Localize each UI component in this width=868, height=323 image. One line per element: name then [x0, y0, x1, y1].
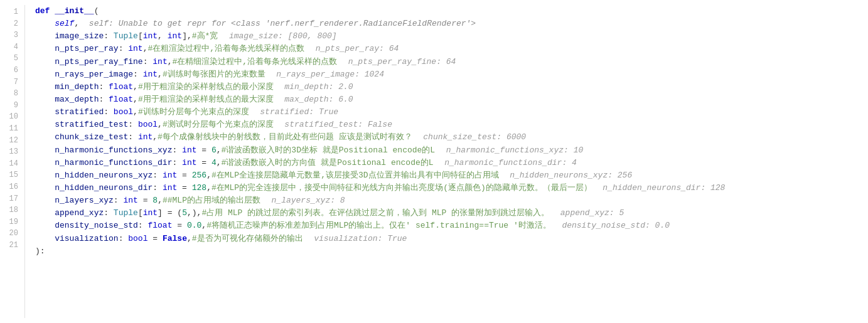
- code-line-5: n_pts_per_ray_fine: int,#在精细渲染过程中,沿着每条光线…: [35, 56, 858, 68]
- code-line-11: chunk_size_test: int,#每个成像射线块中的射线数，目前此处有…: [35, 131, 858, 144]
- code-line-7: min_depth: float,#用于粗渲染的采样射线点的最小深度 min_d…: [35, 81, 858, 93]
- code-line-6: n_rays_per_image: int,#训练时每张图片的光束数量 n_ra…: [35, 68, 858, 81]
- line-numbers: 1 2 3 4 5 6 7 8 9 10 11 12 13 14 15 16 1…: [0, 5, 25, 318]
- code-editor: 1 2 3 4 5 6 7 8 9 10 11 12 13 14 15 16 1…: [0, 0, 868, 323]
- code-line-12: n_harmonic_functions_xyz: int = 6,#谐波函数嵌…: [35, 144, 858, 157]
- code-line-19: visualization: bool = False,#是否为可视化存储额外的…: [35, 233, 858, 245]
- code-line-1: def __init__(: [35, 5, 858, 18]
- code-line-14: n_hidden_neurons_xyz: int = 256,#在MLP全连接…: [35, 169, 858, 182]
- code-line-8: max_depth: float,#用于粗渲染的采样射线点的最大深度 max_d…: [35, 93, 858, 106]
- code-line-3: image_size: Tuple[int, int],#高*宽 image_s…: [35, 30, 858, 43]
- code-line-4: n_pts_per_ray: int,#在粗渲染过程中,沿着每条光线采样的点数 …: [35, 43, 858, 55]
- code-line-15: n_hidden_neurons_dir: int = 128,#在MLP的完全…: [35, 182, 858, 194]
- code-line-13: n_harmonic_functions_dir: int = 4,#谐波函数嵌…: [35, 157, 858, 169]
- code-lines[interactable]: def __init__( self, self: Unable to get …: [25, 5, 868, 318]
- code-line-10: stratified_test: bool,#测试时分层每个光束点的深度 str…: [35, 119, 858, 131]
- code-line-16: n_layers_xyz: int = 8,##MLP的占用域的输出层数 n_l…: [35, 194, 858, 207]
- code-line-20: ):: [35, 245, 858, 258]
- code-line-2: self, self: Unable to get repr for <clas…: [35, 18, 858, 30]
- code-line-18: density_noise_std: float = 0.0,#将随机正态噪声的…: [35, 220, 858, 232]
- code-line-17: append_xyz: Tuple[int] = (5,),#占用 MLP 的跳…: [35, 207, 858, 220]
- code-line-9: stratified: bool,#训练时分层每个光束点的深度 stratifi…: [35, 106, 858, 119]
